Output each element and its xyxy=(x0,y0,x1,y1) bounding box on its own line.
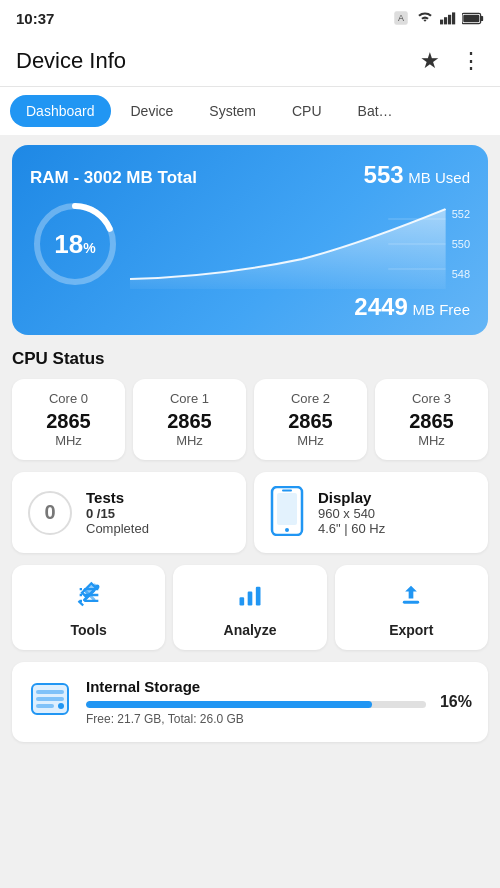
ram-free-label: MB Free xyxy=(412,301,470,318)
svg-rect-2 xyxy=(440,20,443,25)
svg-rect-21 xyxy=(239,597,244,605)
analyze-icon xyxy=(181,581,318,616)
core-2-unit: MHz xyxy=(262,433,359,448)
tests-completed-label: Completed xyxy=(86,521,149,536)
ram-chart xyxy=(130,199,446,289)
svg-point-30 xyxy=(58,703,64,709)
core-1-unit: MHz xyxy=(141,433,238,448)
tools-label: Tools xyxy=(71,622,107,638)
tests-completed: 0 /15 xyxy=(86,506,149,521)
ram-used-value: 553 xyxy=(364,161,404,188)
storage-body: Internal Storage Free: 21.7 GB, Total: 2… xyxy=(86,678,426,726)
bookmark-button[interactable]: ★ xyxy=(418,46,442,76)
accessibility-icon: A xyxy=(392,9,410,27)
cpu-grid: Core 0 2865 MHz Core 1 2865 MHz Core 2 2… xyxy=(12,379,488,460)
cpu-core-1: Core 1 2865 MHz xyxy=(133,379,246,460)
ram-title: RAM - 3002 MB Total xyxy=(30,168,197,188)
svg-rect-7 xyxy=(481,15,484,20)
tab-cpu[interactable]: CPU xyxy=(276,95,338,127)
svg-text:A: A xyxy=(398,13,404,23)
chart-label-0: 552 xyxy=(452,208,470,220)
main-content: RAM - 3002 MB Total 553 MB Used 18% xyxy=(0,135,500,752)
status-time: 10:37 xyxy=(16,10,54,27)
wifi-icon xyxy=(416,11,434,25)
core-3-unit: MHz xyxy=(383,433,480,448)
status-bar: 10:37 A xyxy=(0,0,500,36)
tools-row: Tools Analyze Export xyxy=(12,565,488,650)
hdd-icon xyxy=(28,676,72,720)
tests-card-body: Tests 0 /15 Completed xyxy=(86,489,149,536)
tests-icon-value: 0 xyxy=(44,501,55,524)
tests-icon: 0 xyxy=(28,491,72,535)
tool-analyze[interactable]: Analyze xyxy=(173,565,326,650)
display-phone-icon xyxy=(270,486,304,539)
ram-header: RAM - 3002 MB Total 553 MB Used xyxy=(30,161,470,189)
ram-used: 553 MB Used xyxy=(364,161,470,189)
cpu-core-0: Core 0 2865 MHz xyxy=(12,379,125,460)
svg-rect-28 xyxy=(36,697,64,701)
tools-icon xyxy=(20,581,157,616)
svg-rect-22 xyxy=(248,592,253,606)
core-1-freq: 2865 xyxy=(141,410,238,433)
display-resolution: 960 x 540 xyxy=(318,506,385,521)
tool-tools[interactable]: Tools xyxy=(12,565,165,650)
core-2-freq: 2865 xyxy=(262,410,359,433)
svg-rect-17 xyxy=(282,490,292,492)
tab-bar: Dashboard Device System CPU Bat… xyxy=(0,87,500,135)
cpu-core-2: Core 2 2865 MHz xyxy=(254,379,367,460)
more-button[interactable]: ⋮ xyxy=(458,46,484,76)
chart-labels: 552 550 548 xyxy=(452,199,470,289)
status-icons: A xyxy=(392,9,484,27)
storage-card: Internal Storage Free: 21.7 GB, Total: 2… xyxy=(12,662,488,742)
ram-used-label: MB Used xyxy=(408,169,470,186)
storage-bar-wrap xyxy=(86,701,426,708)
svg-rect-29 xyxy=(36,704,54,708)
tool-export[interactable]: Export xyxy=(335,565,488,650)
core-3-label: Core 3 xyxy=(383,391,480,406)
chart-label-1: 550 xyxy=(452,238,470,250)
storage-free: Free: 21.7 GB, xyxy=(86,712,165,726)
tab-dashboard[interactable]: Dashboard xyxy=(10,95,111,127)
gauge-text: 18% xyxy=(54,229,95,260)
tests-card: 0 Tests 0 /15 Completed xyxy=(12,472,246,553)
svg-rect-8 xyxy=(463,14,479,22)
storage-sub: Free: 21.7 GB, Total: 26.0 GB xyxy=(86,712,426,726)
ram-free-value: 2449 xyxy=(354,293,407,320)
storage-total: Total: 26.0 GB xyxy=(168,712,244,726)
display-title: Display xyxy=(318,489,385,506)
ram-footer: 2449 MB Free xyxy=(30,293,470,321)
core-2-label: Core 2 xyxy=(262,391,359,406)
core-0-freq: 2865 xyxy=(20,410,117,433)
tests-title: Tests xyxy=(86,489,149,506)
phone-svg-icon xyxy=(270,486,304,536)
analyze-label: Analyze xyxy=(224,622,277,638)
tab-system[interactable]: System xyxy=(193,95,272,127)
tab-battery[interactable]: Bat… xyxy=(342,95,409,127)
svg-rect-24 xyxy=(403,601,419,604)
cpu-section-title: CPU Status xyxy=(12,349,488,369)
app-bar-actions: ★ ⋮ xyxy=(418,46,484,76)
svg-rect-15 xyxy=(277,493,297,525)
cpu-core-3: Core 3 2865 MHz xyxy=(375,379,488,460)
battery-icon xyxy=(462,12,484,25)
gauge-percent: 18 xyxy=(54,229,83,259)
svg-rect-27 xyxy=(36,690,64,694)
storage-icon xyxy=(28,676,72,728)
core-3-freq: 2865 xyxy=(383,410,480,433)
app-title: Device Info xyxy=(16,48,126,74)
tab-device[interactable]: Device xyxy=(115,95,190,127)
display-card: Display 960 x 540 4.6" | 60 Hz xyxy=(254,472,488,553)
core-0-unit: MHz xyxy=(20,433,117,448)
export-icon xyxy=(343,581,480,616)
app-bar: Device Info ★ ⋮ xyxy=(0,36,500,87)
info-row: 0 Tests 0 /15 Completed Display 96 xyxy=(12,472,488,553)
svg-rect-23 xyxy=(256,587,261,606)
chart-label-2: 548 xyxy=(452,268,470,280)
storage-title: Internal Storage xyxy=(86,678,426,695)
core-1-label: Core 1 xyxy=(141,391,238,406)
svg-point-16 xyxy=(285,528,289,532)
ram-gauge: 18% xyxy=(30,199,120,289)
gauge-suffix: % xyxy=(83,240,95,256)
display-details: 4.6" | 60 Hz xyxy=(318,521,385,536)
signal-icon xyxy=(440,11,456,25)
